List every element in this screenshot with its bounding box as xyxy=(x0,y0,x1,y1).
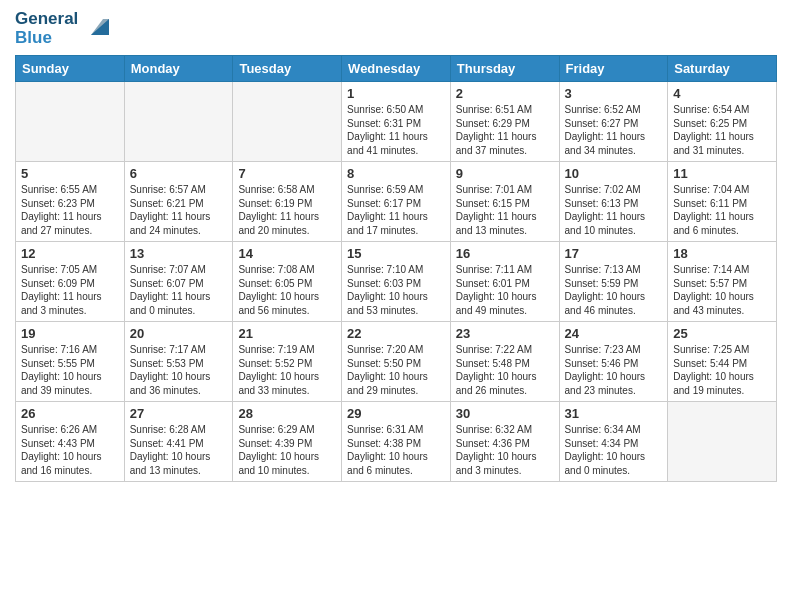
cell-info: Sunrise: 7:05 AM Sunset: 6:09 PM Dayligh… xyxy=(21,263,119,317)
day-number: 27 xyxy=(130,406,228,421)
day-number: 19 xyxy=(21,326,119,341)
calendar-header-thursday: Thursday xyxy=(450,56,559,82)
cell-info: Sunrise: 7:14 AM Sunset: 5:57 PM Dayligh… xyxy=(673,263,771,317)
day-number: 31 xyxy=(565,406,663,421)
page-header: General Blue xyxy=(15,10,777,47)
day-number: 12 xyxy=(21,246,119,261)
calendar-header-row: SundayMondayTuesdayWednesdayThursdayFrid… xyxy=(16,56,777,82)
calendar-cell: 31Sunrise: 6:34 AM Sunset: 4:34 PM Dayli… xyxy=(559,402,668,482)
day-number: 18 xyxy=(673,246,771,261)
calendar-cell: 23Sunrise: 7:22 AM Sunset: 5:48 PM Dayli… xyxy=(450,322,559,402)
calendar-cell: 21Sunrise: 7:19 AM Sunset: 5:52 PM Dayli… xyxy=(233,322,342,402)
calendar-header-wednesday: Wednesday xyxy=(342,56,451,82)
day-number: 5 xyxy=(21,166,119,181)
cell-info: Sunrise: 7:10 AM Sunset: 6:03 PM Dayligh… xyxy=(347,263,445,317)
cell-info: Sunrise: 6:50 AM Sunset: 6:31 PM Dayligh… xyxy=(347,103,445,157)
day-number: 26 xyxy=(21,406,119,421)
calendar-week-2: 12Sunrise: 7:05 AM Sunset: 6:09 PM Dayli… xyxy=(16,242,777,322)
day-number: 20 xyxy=(130,326,228,341)
day-number: 24 xyxy=(565,326,663,341)
cell-info: Sunrise: 7:01 AM Sunset: 6:15 PM Dayligh… xyxy=(456,183,554,237)
day-number: 8 xyxy=(347,166,445,181)
cell-info: Sunrise: 6:34 AM Sunset: 4:34 PM Dayligh… xyxy=(565,423,663,477)
calendar-cell: 14Sunrise: 7:08 AM Sunset: 6:05 PM Dayli… xyxy=(233,242,342,322)
day-number: 17 xyxy=(565,246,663,261)
day-number: 7 xyxy=(238,166,336,181)
calendar-cell: 22Sunrise: 7:20 AM Sunset: 5:50 PM Dayli… xyxy=(342,322,451,402)
svg-marker-1 xyxy=(91,19,109,35)
day-number: 30 xyxy=(456,406,554,421)
calendar-cell: 30Sunrise: 6:32 AM Sunset: 4:36 PM Dayli… xyxy=(450,402,559,482)
cell-info: Sunrise: 7:02 AM Sunset: 6:13 PM Dayligh… xyxy=(565,183,663,237)
day-number: 11 xyxy=(673,166,771,181)
calendar-cell: 11Sunrise: 7:04 AM Sunset: 6:11 PM Dayli… xyxy=(668,162,777,242)
calendar-week-0: 1Sunrise: 6:50 AM Sunset: 6:31 PM Daylig… xyxy=(16,82,777,162)
logo-blue: Blue xyxy=(15,29,78,48)
cell-info: Sunrise: 7:22 AM Sunset: 5:48 PM Dayligh… xyxy=(456,343,554,397)
logo-general: General xyxy=(15,10,78,29)
cell-info: Sunrise: 6:58 AM Sunset: 6:19 PM Dayligh… xyxy=(238,183,336,237)
calendar-week-3: 19Sunrise: 7:16 AM Sunset: 5:55 PM Dayli… xyxy=(16,322,777,402)
cell-info: Sunrise: 6:31 AM Sunset: 4:38 PM Dayligh… xyxy=(347,423,445,477)
day-number: 14 xyxy=(238,246,336,261)
day-number: 9 xyxy=(456,166,554,181)
calendar-header-tuesday: Tuesday xyxy=(233,56,342,82)
cell-info: Sunrise: 7:13 AM Sunset: 5:59 PM Dayligh… xyxy=(565,263,663,317)
day-number: 3 xyxy=(565,86,663,101)
calendar-cell: 4Sunrise: 6:54 AM Sunset: 6:25 PM Daylig… xyxy=(668,82,777,162)
day-number: 10 xyxy=(565,166,663,181)
cell-info: Sunrise: 6:59 AM Sunset: 6:17 PM Dayligh… xyxy=(347,183,445,237)
calendar-cell: 12Sunrise: 7:05 AM Sunset: 6:09 PM Dayli… xyxy=(16,242,125,322)
cell-info: Sunrise: 7:17 AM Sunset: 5:53 PM Dayligh… xyxy=(130,343,228,397)
day-number: 22 xyxy=(347,326,445,341)
cell-info: Sunrise: 7:08 AM Sunset: 6:05 PM Dayligh… xyxy=(238,263,336,317)
day-number: 28 xyxy=(238,406,336,421)
calendar-cell: 9Sunrise: 7:01 AM Sunset: 6:15 PM Daylig… xyxy=(450,162,559,242)
cell-info: Sunrise: 6:54 AM Sunset: 6:25 PM Dayligh… xyxy=(673,103,771,157)
logo-icon xyxy=(81,13,109,41)
calendar-cell: 25Sunrise: 7:25 AM Sunset: 5:44 PM Dayli… xyxy=(668,322,777,402)
calendar-header-sunday: Sunday xyxy=(16,56,125,82)
calendar-cell: 29Sunrise: 6:31 AM Sunset: 4:38 PM Dayli… xyxy=(342,402,451,482)
calendar-body: 1Sunrise: 6:50 AM Sunset: 6:31 PM Daylig… xyxy=(16,82,777,482)
calendar-cell: 27Sunrise: 6:28 AM Sunset: 4:41 PM Dayli… xyxy=(124,402,233,482)
calendar-cell: 16Sunrise: 7:11 AM Sunset: 6:01 PM Dayli… xyxy=(450,242,559,322)
cell-info: Sunrise: 7:19 AM Sunset: 5:52 PM Dayligh… xyxy=(238,343,336,397)
calendar-cell: 15Sunrise: 7:10 AM Sunset: 6:03 PM Dayli… xyxy=(342,242,451,322)
calendar-table: SundayMondayTuesdayWednesdayThursdayFrid… xyxy=(15,55,777,482)
calendar-cell: 2Sunrise: 6:51 AM Sunset: 6:29 PM Daylig… xyxy=(450,82,559,162)
cell-info: Sunrise: 6:55 AM Sunset: 6:23 PM Dayligh… xyxy=(21,183,119,237)
cell-info: Sunrise: 6:51 AM Sunset: 6:29 PM Dayligh… xyxy=(456,103,554,157)
calendar-cell: 5Sunrise: 6:55 AM Sunset: 6:23 PM Daylig… xyxy=(16,162,125,242)
calendar-cell: 26Sunrise: 6:26 AM Sunset: 4:43 PM Dayli… xyxy=(16,402,125,482)
logo: General Blue xyxy=(15,10,109,47)
calendar-cell: 24Sunrise: 7:23 AM Sunset: 5:46 PM Dayli… xyxy=(559,322,668,402)
cell-info: Sunrise: 6:28 AM Sunset: 4:41 PM Dayligh… xyxy=(130,423,228,477)
calendar-cell xyxy=(16,82,125,162)
calendar-cell: 18Sunrise: 7:14 AM Sunset: 5:57 PM Dayli… xyxy=(668,242,777,322)
calendar-cell: 28Sunrise: 6:29 AM Sunset: 4:39 PM Dayli… xyxy=(233,402,342,482)
day-number: 21 xyxy=(238,326,336,341)
cell-info: Sunrise: 7:11 AM Sunset: 6:01 PM Dayligh… xyxy=(456,263,554,317)
calendar-week-1: 5Sunrise: 6:55 AM Sunset: 6:23 PM Daylig… xyxy=(16,162,777,242)
calendar-cell: 20Sunrise: 7:17 AM Sunset: 5:53 PM Dayli… xyxy=(124,322,233,402)
cell-info: Sunrise: 7:25 AM Sunset: 5:44 PM Dayligh… xyxy=(673,343,771,397)
day-number: 4 xyxy=(673,86,771,101)
calendar-cell xyxy=(124,82,233,162)
day-number: 1 xyxy=(347,86,445,101)
calendar-cell: 3Sunrise: 6:52 AM Sunset: 6:27 PM Daylig… xyxy=(559,82,668,162)
calendar-cell: 8Sunrise: 6:59 AM Sunset: 6:17 PM Daylig… xyxy=(342,162,451,242)
calendar-cell: 7Sunrise: 6:58 AM Sunset: 6:19 PM Daylig… xyxy=(233,162,342,242)
cell-info: Sunrise: 7:07 AM Sunset: 6:07 PM Dayligh… xyxy=(130,263,228,317)
day-number: 29 xyxy=(347,406,445,421)
calendar-cell: 19Sunrise: 7:16 AM Sunset: 5:55 PM Dayli… xyxy=(16,322,125,402)
calendar-header-friday: Friday xyxy=(559,56,668,82)
day-number: 6 xyxy=(130,166,228,181)
day-number: 23 xyxy=(456,326,554,341)
day-number: 15 xyxy=(347,246,445,261)
cell-info: Sunrise: 6:32 AM Sunset: 4:36 PM Dayligh… xyxy=(456,423,554,477)
cell-info: Sunrise: 6:57 AM Sunset: 6:21 PM Dayligh… xyxy=(130,183,228,237)
cell-info: Sunrise: 7:16 AM Sunset: 5:55 PM Dayligh… xyxy=(21,343,119,397)
cell-info: Sunrise: 6:26 AM Sunset: 4:43 PM Dayligh… xyxy=(21,423,119,477)
calendar-week-4: 26Sunrise: 6:26 AM Sunset: 4:43 PM Dayli… xyxy=(16,402,777,482)
